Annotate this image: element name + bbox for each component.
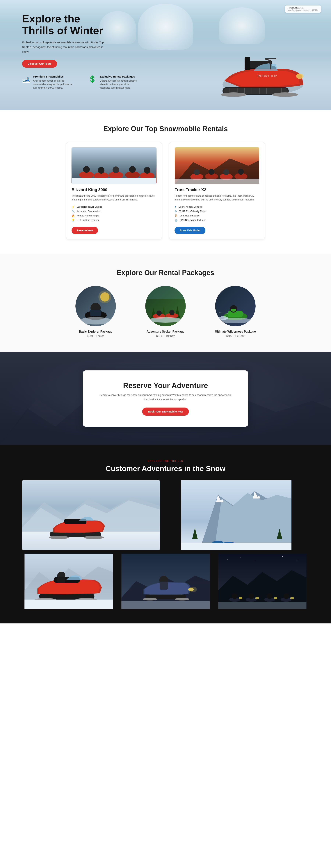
svg-point-35 <box>209 169 214 175</box>
svg-point-56 <box>149 317 182 323</box>
svg-point-63 <box>231 309 236 312</box>
snowmobile-icon: 🎿 <box>22 75 30 83</box>
rentals-grid: Blizzard King 3000 The Blizzard King 300… <box>22 142 309 240</box>
rentals-title: Explore Our Top Snowmobile Rentals <box>22 125 309 133</box>
svg-point-77 <box>84 536 104 539</box>
adventure-image-1 <box>22 480 160 550</box>
svg-rect-57 <box>145 286 186 299</box>
suspension-icon: 🔧 <box>71 210 74 213</box>
feature-rental: 💲 Exclusive Rental Packages Explore our … <box>88 75 140 90</box>
hero-section: Explore the Thrills of Winter Embark on … <box>0 0 331 110</box>
hero-features-row: 🎿 Premium Snowmobiles Choose from our to… <box>0 68 331 99</box>
feature-item: ⚙ 80 HP Eco-Friendly Motor <box>175 209 260 214</box>
rentals-section: Explore Our Top Snowmobile Rentals <box>0 110 331 254</box>
card2-name: Frost Tracker X2 <box>175 187 260 192</box>
led-icon: 💡 <box>71 219 74 222</box>
book-snowmobile-button[interactable]: Book Your Snowmobile Now <box>142 407 189 415</box>
svg-marker-80 <box>214 493 292 550</box>
package-adventure-price: $275 – Half Day <box>156 334 175 337</box>
svg-point-55 <box>169 310 175 315</box>
svg-point-20 <box>83 166 90 173</box>
card1-image <box>71 147 156 184</box>
adventure-image-3 <box>22 554 115 609</box>
adventures-section: EXPLORE THE THRILLS Customer Adventures … <box>0 445 331 623</box>
phone-badge: +1(435) 758-4141 book@rockytoprentals.ne… <box>285 5 321 13</box>
svg-point-46 <box>98 290 111 303</box>
hero-title: Explore the Thrills of Winter <box>22 13 107 36</box>
reserve-desc: Ready to carve through the snow on your … <box>97 393 234 402</box>
package-wilderness: Ultimate Wilderness Package $500 – Full … <box>208 286 263 337</box>
feature-item: 🔥 Heated Handle Grips <box>71 214 156 218</box>
adventure-image-4 <box>119 554 212 609</box>
package-wilderness-price: $500 – Full Day <box>227 334 244 337</box>
reserve-title: Reserve Your Adventure <box>97 381 234 390</box>
svg-point-119 <box>255 597 259 599</box>
rental-card-blizzard: Blizzard King 3000 The Blizzard King 300… <box>66 142 162 240</box>
rental-card-frost: Frost Tracker X2 Perfect for beginners a… <box>169 142 265 240</box>
svg-rect-101 <box>160 582 168 590</box>
feature-item: 📡 GPS Navigation Included <box>175 218 260 222</box>
hero-subtitle: Embark on an unforgettable snowmobile ad… <box>22 40 107 54</box>
svg-point-118 <box>249 593 254 599</box>
package-adventure-name: Adventure Seeker Package <box>147 330 184 333</box>
svg-rect-44 <box>90 310 101 316</box>
svg-point-108 <box>227 559 228 559</box>
card1-desc: The Blizzard King 3000 is designed for p… <box>71 194 156 202</box>
packages-section: Explore Our Rental Packages <box>0 254 331 352</box>
package-basic: Basic Explorer Package $150 – 2 hours <box>68 286 123 337</box>
feature-item: ⚡ 150 Horsepower Engine <box>71 205 156 209</box>
card2-features: ✦ User-Friendly Controls ⚙ 80 HP Eco-Fri… <box>175 205 260 222</box>
feature-item: ✦ User-Friendly Controls <box>175 205 260 209</box>
svg-rect-29 <box>72 178 156 184</box>
seats-icon: 🪑 <box>175 214 178 217</box>
svg-point-22 <box>98 167 104 174</box>
svg-point-103 <box>189 587 197 592</box>
hero-content: Explore the Thrills of Winter Embark on … <box>0 0 129 68</box>
svg-rect-106 <box>121 601 210 609</box>
feature-item: 🔧 Advanced Suspension <box>71 209 156 214</box>
package-adventure-circle <box>145 286 186 326</box>
package-basic-name: Basic Explorer Package <box>79 330 112 333</box>
svg-point-28 <box>144 167 150 174</box>
svg-point-105 <box>175 598 189 600</box>
svg-point-112 <box>297 560 298 560</box>
gps-icon: 📡 <box>175 219 178 222</box>
feature1-title: Premium Snowmobiles <box>33 75 73 78</box>
package-wilderness-circle <box>215 286 255 326</box>
feature1-desc: Choose from our top-of-the-line snowmobi… <box>33 79 73 90</box>
svg-point-122 <box>274 597 277 599</box>
svg-point-67 <box>219 318 252 323</box>
svg-point-125 <box>290 597 294 599</box>
motor-icon: ⚙ <box>175 210 177 213</box>
card1-name: Blizzard King 3000 <box>71 187 156 192</box>
reserve-section: Reserve Your Adventure Ready to carve th… <box>0 352 331 445</box>
adventure-image-5 <box>216 554 309 609</box>
adventures-label: EXPLORE THE THRILLS <box>22 460 309 462</box>
package-basic-circle <box>76 286 116 326</box>
svg-point-109 <box>240 557 241 558</box>
card1-features: ⚡ 150 Horsepower Engine 🔧 Advanced Suspe… <box>71 205 156 222</box>
svg-rect-96 <box>25 599 113 609</box>
adventure-image-2 <box>164 480 309 550</box>
svg-rect-95 <box>57 577 65 583</box>
feature-item: 💡 LED Lighting System <box>71 218 156 222</box>
svg-point-124 <box>283 593 289 599</box>
book-model-button[interactable]: Book This Model <box>175 227 205 234</box>
package-wilderness-name: Ultimate Wilderness Package <box>215 330 256 333</box>
discover-tours-button[interactable]: Discover Our Tours <box>22 60 57 68</box>
svg-point-115 <box>232 593 238 599</box>
package-basic-price: $150 – 2 hours <box>87 334 104 337</box>
reserve-now-button[interactable]: Reserve Now <box>71 227 98 234</box>
controls-icon: ✦ <box>175 206 177 208</box>
svg-rect-87 <box>181 542 292 550</box>
svg-point-111 <box>282 556 283 557</box>
packages-grid: Basic Explorer Package $150 – 2 hours <box>22 286 309 337</box>
feature-premium: 🎿 Premium Snowmobiles Choose from our to… <box>22 75 73 90</box>
svg-rect-126 <box>218 602 306 609</box>
package-adventure: Adventure Seeker Package $275 – Half Day <box>138 286 193 337</box>
svg-point-116 <box>239 597 243 599</box>
card2-desc: Perfect for beginners and seasoned adven… <box>175 194 260 202</box>
adventures-top-row <box>22 480 309 550</box>
grips-icon: 🔥 <box>71 214 74 217</box>
svg-point-47 <box>79 317 112 324</box>
